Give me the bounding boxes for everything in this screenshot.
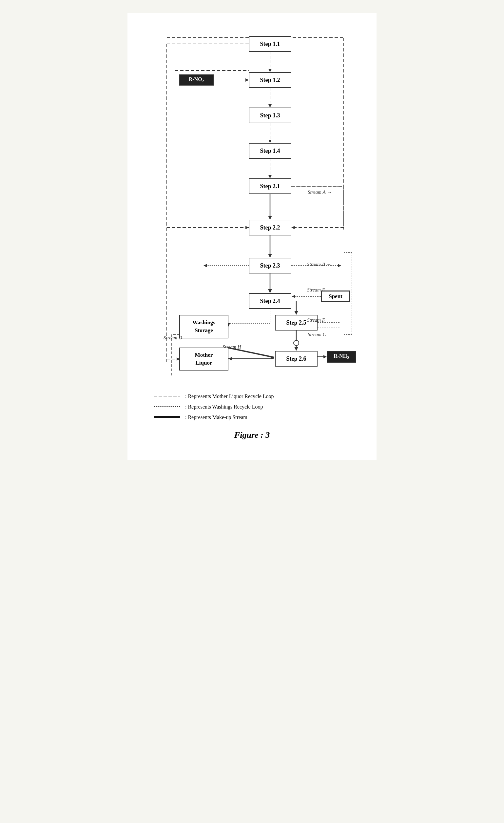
step22-box: Step 2.2: [249, 220, 291, 235]
svg-marker-25: [268, 289, 272, 293]
stream-f-label: Stream F: [307, 317, 325, 323]
svg-marker-34: [338, 264, 341, 267]
svg-marker-15: [268, 104, 272, 108]
diagram-container: Step 1.1 Step 1.2 R-NO2 Step 1.3 Step 1.…: [147, 26, 357, 384]
svg-marker-36: [292, 295, 295, 298]
legend-dotted: : Represents Washings Recycle Loop: [154, 404, 357, 410]
step14-box: Step 1.4: [249, 143, 291, 159]
legend-solid: : Represents Make-up Stream: [154, 415, 357, 421]
step26-box: Step 2.6: [275, 351, 317, 367]
rno2-box: R-NO2: [179, 74, 214, 86]
svg-marker-31: [245, 78, 249, 81]
svg-marker-21: [268, 216, 272, 220]
spent-box: Spent: [321, 291, 350, 302]
svg-marker-5: [291, 226, 295, 229]
stream-d-label: Stream D: [164, 335, 182, 341]
step12-box: Step 1.2: [249, 72, 291, 88]
svg-marker-40: [204, 264, 207, 267]
stream-c-label: Stream C: [308, 332, 326, 337]
rnh2-box: R-NH2: [327, 351, 356, 363]
step23-box: Step 2.3: [249, 258, 291, 274]
svg-marker-13: [268, 69, 272, 72]
step11-box: Step 1.1: [249, 36, 291, 52]
legend-dashed-line: [154, 393, 180, 399]
mother-box: MotherLiquor: [179, 348, 228, 370]
stream-b-label: Stream B →: [307, 262, 331, 267]
svg-marker-7: [245, 226, 249, 229]
svg-point-53: [294, 340, 299, 346]
washings-box: WashingsStorage: [179, 315, 228, 338]
page: Step 1.1 Step 1.2 R-NO2 Step 1.3 Step 1.…: [128, 13, 376, 460]
step21-box: Step 2.1: [249, 178, 291, 194]
legend-section: : Represents Mother Liquor Recycle Loop …: [147, 393, 357, 421]
figure-title: Figure : 3: [147, 430, 357, 440]
step24-box: Step 2.4: [249, 293, 291, 309]
legend-dotted-line: [154, 404, 180, 410]
svg-marker-52: [323, 355, 327, 358]
legend-dashed: : Represents Mother Liquor Recycle Loop: [154, 393, 357, 399]
svg-marker-19: [268, 175, 272, 178]
step13-box: Step 1.3: [249, 108, 291, 123]
svg-marker-17: [268, 140, 272, 143]
svg-marker-23: [268, 254, 272, 258]
svg-marker-27: [294, 311, 298, 315]
stream-a-label: Stream A →: [308, 189, 332, 195]
svg-marker-29: [294, 347, 298, 351]
legend-solid-line: [154, 415, 180, 421]
svg-marker-50: [228, 357, 232, 360]
